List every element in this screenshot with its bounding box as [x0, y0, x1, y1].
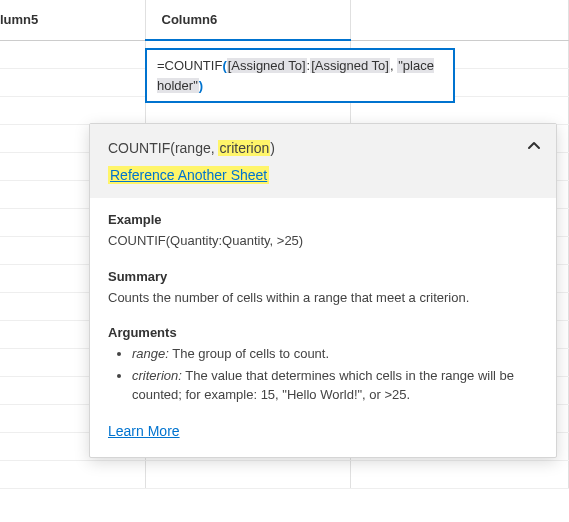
formula-editor[interactable]: =COUNTIF([Assigned To]:[Assigned To], "p… [145, 48, 455, 103]
argument-item: criterion: The value that determines whi… [132, 366, 538, 405]
formula-cell-wrap: =COUNTIF([Assigned To]:[Assigned To], "p… [145, 48, 455, 103]
sig-close-paren: ) [270, 140, 275, 156]
column-header-spacer [350, 0, 569, 40]
column-header-row: lumn5 Column6 [0, 0, 569, 40]
formula-function-name: COUNTIF [165, 58, 223, 73]
formula-close-paren: ) [199, 78, 203, 93]
formula-equals: = [157, 58, 165, 73]
function-signature: COUNTIF(range, criterion) [108, 140, 538, 156]
summary-section: Summary Counts the number of cells withi… [108, 269, 538, 308]
arg-range-name: range: [132, 346, 169, 361]
learn-more-link[interactable]: Learn More [108, 423, 180, 439]
arguments-list: range: The group of cells to count. crit… [108, 344, 538, 405]
sig-arg-criterion: criterion [218, 140, 270, 156]
table-row[interactable] [0, 460, 569, 488]
sig-func-name: COUNTIF [108, 140, 170, 156]
arguments-label: Arguments [108, 325, 538, 340]
column-header-6[interactable]: Column6 [145, 0, 350, 40]
summary-label: Summary [108, 269, 538, 284]
reference-another-sheet-link[interactable]: Reference Another Sheet [108, 166, 269, 184]
learn-more-section: Learn More [108, 423, 538, 439]
arg-criterion-name: criterion: [132, 368, 182, 383]
argument-item: range: The group of cells to count. [132, 344, 538, 364]
chevron-up-icon[interactable] [526, 138, 542, 159]
column-header-6-label: Column6 [162, 12, 218, 27]
summary-text: Counts the number of cells within a rang… [108, 288, 538, 308]
formula-range-ref-2: [Assigned To] [310, 58, 390, 73]
help-body: Example COUNTIF(Quantity:Quantity, >25) … [90, 198, 556, 457]
column-header-5-label: lumn5 [0, 12, 38, 27]
arg-criterion-desc: The value that determines which cells in… [132, 368, 514, 403]
example-text: COUNTIF(Quantity:Quantity, >25) [108, 231, 538, 251]
example-section: Example COUNTIF(Quantity:Quantity, >25) [108, 212, 538, 251]
arg-range-desc: The group of cells to count. [169, 346, 329, 361]
sig-arg-range: range [175, 140, 211, 156]
help-header: COUNTIF(range, criterion) Reference Anot… [90, 124, 556, 198]
function-help-popup: COUNTIF(range, criterion) Reference Anot… [89, 123, 557, 458]
formula-range-ref-1: [Assigned To] [227, 58, 307, 73]
example-label: Example [108, 212, 538, 227]
column-header-5[interactable]: lumn5 [0, 0, 145, 40]
arguments-section: Arguments range: The group of cells to c… [108, 325, 538, 405]
